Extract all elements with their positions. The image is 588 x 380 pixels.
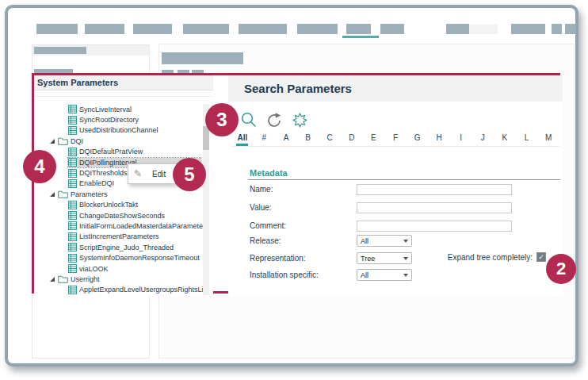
alphabet-tab-label: # <box>262 133 268 146</box>
alphabet-tab[interactable]: A <box>275 133 297 146</box>
comment-label: Comment: <box>250 221 286 230</box>
tree-row[interactable]: SystemInfoDaemonResponseTimeout <box>34 252 213 263</box>
table-icon <box>68 286 77 294</box>
nav-item-placeholder[interactable] <box>446 24 469 34</box>
tree-row[interactable]: DQIDefaultPratView <box>34 147 213 157</box>
alphabet-tab-label: All <box>236 133 248 146</box>
alphabet-tab[interactable]: I <box>450 133 472 146</box>
tree-item-label[interactable]: ScriptEngine_Judo_Threaded <box>79 244 174 251</box>
nav-item-placeholder[interactable] <box>183 24 229 34</box>
parameters-tree: SyncLiveInterval <box>34 104 213 295</box>
tree-row[interactable]: SyncLiveInterval <box>34 104 213 114</box>
alphabet-tab[interactable]: L <box>516 133 538 146</box>
tree-row-inner[interactable]: ScriptEngine_Judo_Threaded <box>68 243 200 252</box>
tree-item-label[interactable]: DQIDefaultPratView <box>79 148 143 155</box>
undo-icon[interactable] <box>265 110 284 129</box>
tree-item-label[interactable]: viaLOOK <box>79 265 109 273</box>
alphabet-tab[interactable]: All <box>231 133 254 146</box>
alphabet-tab[interactable]: G <box>407 133 429 146</box>
installation-specific-select[interactable]: All <box>357 269 412 281</box>
tree-row[interactable]: AppletExpandLevelUsergroupsRightsList <box>34 285 213 295</box>
tree-row-inner[interactable]: ChangeDateShowSeconds <box>68 211 200 221</box>
metadata-divider <box>248 179 560 180</box>
nav-item-placeholder[interactable] <box>133 24 172 34</box>
search-toolbar <box>239 110 309 129</box>
expand-arrow-icon[interactable] <box>50 190 58 198</box>
active-nav-underline <box>342 36 379 38</box>
comment-input[interactable] <box>357 221 512 232</box>
nav-item-placeholder[interactable] <box>511 24 545 34</box>
nav-item-placeholder[interactable] <box>239 24 287 34</box>
value-input[interactable] <box>357 202 512 213</box>
tree-item-label[interactable]: Userright <box>71 275 100 283</box>
expand-tree-label: Expand tree completely: <box>426 253 533 262</box>
tree-row-inner[interactable]: InitialFormLoadedMasterdataParameters <box>68 221 209 231</box>
tree-row-inner[interactable]: DQIDefaultPratView <box>68 147 200 156</box>
tree-row-inner[interactable]: ListIncrementParameters <box>68 232 200 241</box>
name-input[interactable] <box>357 184 512 195</box>
tree-row[interactable]: BlockerUnlockTakt <box>34 200 213 210</box>
alphabet-tab[interactable]: B <box>297 133 319 146</box>
tree-item-label[interactable]: SyncLiveInterval <box>79 106 132 113</box>
highlighted-region: System Parameters <box>32 73 560 294</box>
expand-arrow-icon[interactable] <box>50 137 58 145</box>
tree-item-label[interactable]: InitialFormLoadedMasterdataParameters <box>79 222 209 230</box>
tree-item-label[interactable]: SyncRootDirectory <box>79 116 139 124</box>
tree-row-inner[interactable]: DQI <box>58 136 200 146</box>
alphabet-tab[interactable]: # <box>254 133 276 146</box>
tree-item-label[interactable]: AppletExpandLevelUsergroupsRightsList <box>79 286 209 294</box>
tree-row-inner[interactable]: AppletExpandLevelUsergroupsRightsList <box>68 285 209 294</box>
tree-row[interactable]: Userright <box>34 274 213 284</box>
search-icon[interactable] <box>239 110 258 129</box>
representation-select[interactable]: Tree <box>357 252 412 264</box>
nav-item-placeholder[interactable] <box>297 24 338 34</box>
tree-item-label[interactable]: EnableDQI <box>79 179 114 187</box>
alphabet-tab[interactable]: D <box>341 133 363 146</box>
tree-row[interactable]: ScriptEngine_Judo_Threaded <box>34 242 213 252</box>
nav-item-active-placeholder[interactable] <box>346 24 371 34</box>
tree-item-label[interactable]: Parameters <box>71 190 108 198</box>
tree-row[interactable]: InitialFormLoadedMasterdataParameters <box>34 221 213 231</box>
release-select[interactable]: All <box>357 235 412 247</box>
tree-row[interactable]: SyncRootDirectory <box>34 114 213 125</box>
alphabet-tab[interactable]: J <box>472 133 494 146</box>
tree-row[interactable]: viaLOOK <box>34 263 213 274</box>
tree-row-inner[interactable]: SyncLiveInterval <box>68 105 200 114</box>
alphabet-tab-label: I <box>459 133 463 146</box>
nav-icon-placeholder[interactable] <box>552 24 562 34</box>
tree-row[interactable]: DQI <box>34 136 213 146</box>
nav-item-placeholder[interactable] <box>85 24 124 34</box>
tree-row-inner[interactable]: SystemInfoDaemonResponseTimeout <box>68 253 200 263</box>
tree-row-inner[interactable]: BlockerUnlockTakt <box>68 200 200 209</box>
expand-arrow-icon[interactable] <box>50 275 58 283</box>
alphabet-tab[interactable]: C <box>319 133 341 146</box>
nav-item-placeholder[interactable] <box>36 24 78 34</box>
tree-row-inner[interactable]: Parameters <box>58 190 200 199</box>
tree-scrollbar[interactable] <box>203 104 209 295</box>
nav-search-placeholder[interactable] <box>469 25 498 34</box>
tree-row-inner[interactable]: UsedDistributionChannel <box>68 125 200 135</box>
tree-row-inner[interactable]: Userright <box>58 274 200 284</box>
tree-row[interactable]: ListIncrementParameters <box>34 232 213 242</box>
burst-icon[interactable] <box>290 110 309 129</box>
tree-item-label[interactable]: DQI <box>71 137 83 145</box>
alphabet-tab[interactable]: K <box>494 133 516 146</box>
tree-row-inner[interactable]: SyncRootDirectory <box>68 115 200 125</box>
alphabet-tab[interactable]: H <box>428 133 450 146</box>
tree-item-label[interactable]: ListIncrementParameters <box>79 232 159 240</box>
nav-item-placeholder[interactable] <box>380 24 404 34</box>
tree-row-inner[interactable]: viaLOOK <box>68 264 200 274</box>
alphabet-tab[interactable]: F <box>384 133 407 146</box>
tree-item-label[interactable]: DQIThresholds <box>79 169 128 177</box>
expand-tree-checkbox[interactable]: ✓ <box>536 252 546 262</box>
tree-item-label[interactable]: SystemInfoDaemonResponseTimeout <box>79 254 200 262</box>
alphabet-tab[interactable]: M <box>537 133 559 146</box>
tree-item-label[interactable]: ChangeDateShowSeconds <box>79 212 165 220</box>
nav-icon-placeholder[interactable] <box>565 24 576 34</box>
tree-row[interactable]: ChangeDateShowSeconds <box>34 210 213 221</box>
tree-row[interactable]: UsedDistributionChannel <box>34 125 213 136</box>
alphabet-tab-label: M <box>544 133 552 146</box>
alphabet-tab[interactable]: E <box>363 133 385 146</box>
tree-item-label[interactable]: BlockerUnlockTakt <box>79 201 138 209</box>
tree-item-label[interactable]: UsedDistributionChannel <box>79 126 158 134</box>
